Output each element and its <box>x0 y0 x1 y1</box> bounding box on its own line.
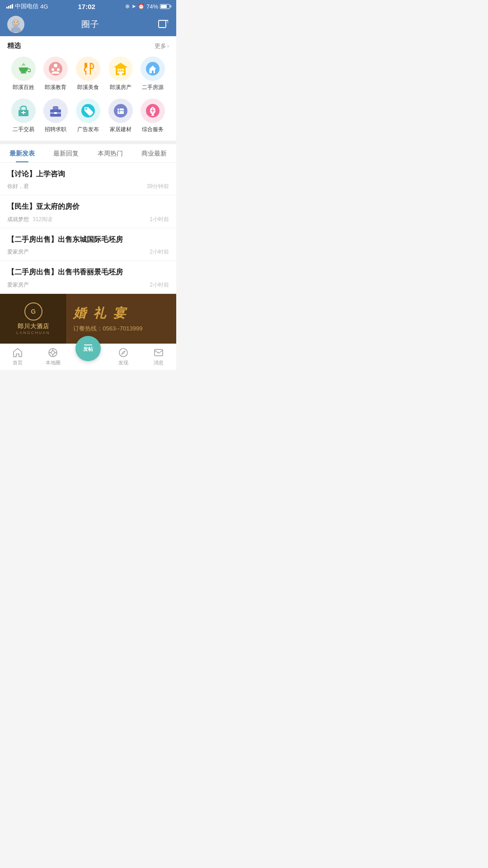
post-item[interactable]: 【二手房出售】出售东城国际毛坯房 爱家房产 2小时前 <box>0 228 176 261</box>
category-icon-ershoufangyuan <box>141 57 165 81</box>
category-fangchan[interactable]: 郎溪房产 <box>104 57 137 91</box>
alarm-icon: ⏰ <box>138 3 145 9</box>
direction-icon: ➤ <box>131 3 136 9</box>
home-icon <box>12 347 23 358</box>
post-reads: 312阅读 <box>33 216 52 223</box>
svg-point-4 <box>14 22 15 23</box>
mail-icon <box>153 347 164 358</box>
tab-bar: 最新发表 最新回复 本周热门 商业最新 <box>0 144 176 163</box>
post-title: 【二手房出售】出售东城国际毛坯房 <box>7 235 169 245</box>
nav-message-label: 消息 <box>154 359 164 366</box>
post-title: 【民生】亚太府的房价 <box>7 202 169 212</box>
ad-hotel-sub: LANGCHUAN <box>16 330 50 335</box>
category-label-ershoujiaoyi: 二手交易 <box>13 126 34 133</box>
nav-discover-label: 发现 <box>118 359 128 366</box>
svg-point-11 <box>57 68 60 71</box>
status-right: ⊕ ➤ ⏰ 74% <box>125 3 170 10</box>
post-item[interactable]: 【民生】亚太府的房价 成就梦想 312阅读 1小时前 <box>0 195 176 228</box>
svg-rect-26 <box>53 107 58 109</box>
category-label-zonghe: 综合服务 <box>142 126 164 133</box>
svg-point-43 <box>119 349 127 357</box>
post-title: 【二手房出售】出售书香丽景毛坯房 <box>7 267 169 277</box>
nav-local-label: 本地圈 <box>46 359 61 366</box>
post-author: 爱家房产 <box>7 248 29 256</box>
nav-home-label: 首页 <box>13 359 23 366</box>
local-circle-icon <box>47 347 58 358</box>
nav-discover[interactable]: 发现 <box>106 344 141 370</box>
nav-message[interactable]: 消息 <box>141 344 176 370</box>
post-meta: 爱家房产 2小时前 <box>7 248 169 256</box>
category-icon-baixing <box>11 57 36 81</box>
nav-home[interactable]: 首页 <box>0 344 35 370</box>
battery-icon <box>160 4 170 9</box>
post-author: 你好，君 <box>7 183 29 190</box>
category-label-ershoufangyuan: 二手房源 <box>142 84 164 91</box>
ad-title: 婚 礼 宴 <box>73 305 170 322</box>
post-meta: 成就梦想 312阅读 1小时前 <box>7 216 169 223</box>
category-label-meishi: 郎溪美食 <box>77 84 99 91</box>
category-label-guanggao: 广告发布 <box>77 126 99 133</box>
time-label: 17:02 <box>78 3 95 10</box>
fab-line-icon <box>84 344 92 345</box>
nav-fab-placeholder: 发帖 <box>70 344 106 370</box>
category-icon-jiaoyu <box>43 57 68 81</box>
svg-rect-14 <box>120 69 122 71</box>
svg-rect-18 <box>119 71 122 75</box>
network-label: 4G <box>40 3 48 10</box>
svg-rect-22 <box>149 69 150 73</box>
category-icon-meishi <box>76 57 100 81</box>
category-label-fangchan: 郎溪房产 <box>110 84 131 91</box>
svg-rect-21 <box>152 71 154 73</box>
status-bar: 中国电信 4G 17:02 ⊕ ➤ ⏰ 74% <box>0 0 176 13</box>
more-button[interactable]: 更多 › <box>155 42 169 50</box>
category-grid: 郎溪百姓 郎溪教育 <box>7 57 169 133</box>
post-item[interactable]: 【二手房出售】出售书香丽景毛坯房 爱家房产 2小时前 <box>0 261 176 293</box>
category-meishi[interactable]: 郎溪美食 <box>72 57 104 91</box>
page-title: 圈子 <box>81 19 99 30</box>
category-icon-guanggao <box>76 99 100 123</box>
compass-icon <box>118 347 129 358</box>
ad-logo: G <box>24 302 42 321</box>
featured-title: 精选 <box>7 42 21 50</box>
post-time: 2小时前 <box>150 248 169 256</box>
nav-local[interactable]: 本地圈 <box>35 344 70 370</box>
tab-hot[interactable]: 本周热门 <box>88 144 132 162</box>
avatar[interactable] <box>7 16 24 33</box>
category-baixing[interactable]: 郎溪百姓 <box>7 57 40 91</box>
category-ershoujiaoyi[interactable]: 二手交易 <box>7 99 40 133</box>
section-divider <box>0 141 176 144</box>
battery-label: 74% <box>146 3 158 10</box>
svg-rect-32 <box>117 108 124 114</box>
post-author: 爱家房产 <box>7 281 29 289</box>
category-icon-zhaopin <box>43 99 68 123</box>
post-time: 39分钟前 <box>147 183 169 190</box>
edit-button[interactable] <box>156 18 169 31</box>
svg-rect-44 <box>155 349 163 356</box>
category-zhaopin[interactable]: 招聘求职 <box>40 99 72 133</box>
svg-rect-6 <box>159 20 166 28</box>
category-ershoufangyuan[interactable]: 二手房源 <box>136 57 169 91</box>
tab-business[interactable]: 商业最新 <box>132 144 177 162</box>
category-icon-jiaju <box>108 99 133 123</box>
tab-reply[interactable]: 最新回复 <box>44 144 89 162</box>
fab-button[interactable]: 发帖 <box>75 336 101 361</box>
svg-rect-15 <box>122 69 124 71</box>
post-meta: 你好，君 39分钟前 <box>7 183 169 190</box>
category-jiaju[interactable]: 家居建材 <box>104 99 137 133</box>
svg-rect-7 <box>21 72 26 74</box>
category-guanggao[interactable]: 广告发布 <box>72 99 104 133</box>
svg-rect-28 <box>54 112 57 114</box>
status-left: 中国电信 4G <box>6 2 48 10</box>
category-label-jiaju: 家居建材 <box>110 126 131 133</box>
category-jiaoyu[interactable]: 郎溪教育 <box>40 57 72 91</box>
post-item[interactable]: 【讨论】上学咨询 你好，君 39分钟前 <box>0 163 176 195</box>
category-zonghe[interactable]: 综合服务 <box>136 99 169 133</box>
featured-section: 精选 更多 › 郎溪百姓 <box>0 36 176 141</box>
category-label-baixing: 郎溪百姓 <box>13 84 34 91</box>
post-meta: 爱家房产 2小时前 <box>7 281 169 289</box>
post-author: 成就梦想 312阅读 <box>7 216 52 223</box>
tab-latest[interactable]: 最新发表 <box>0 144 44 162</box>
category-icon-fangchan <box>108 57 133 81</box>
svg-rect-17 <box>122 71 124 73</box>
post-title: 【讨论】上学咨询 <box>7 169 169 179</box>
